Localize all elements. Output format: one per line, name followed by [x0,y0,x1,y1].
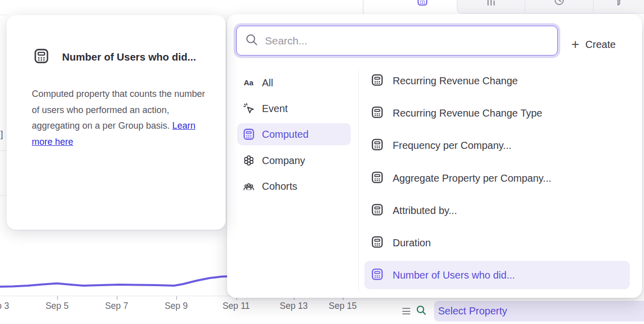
calculator-icon [370,203,384,219]
category-all[interactable]: Aa All [237,72,351,94]
background-edge-line [0,15,7,15]
result-item[interactable]: Aggregate Property per Company... [364,164,630,192]
result-item[interactable]: Duration [364,229,630,257]
bar-chart-icon [485,0,497,9]
funnel-icon [613,0,625,9]
plus-icon: + [571,38,579,51]
calculator-icon [242,128,255,141]
company-icon [242,154,255,167]
tooltip-title: Number of Users who did... [62,51,196,63]
axis-tick [117,296,118,300]
create-button[interactable]: + Create [571,34,616,55]
select-property-label: Select Property [438,305,507,317]
calculator-icon [370,138,384,153]
axis-tick [57,296,58,300]
tooltip-description: Computed property that counts the number… [32,86,213,150]
tab-funnel[interactable] [593,0,644,14]
header-divider [363,0,363,14]
search-icon [415,304,427,318]
calculator-icon [370,235,384,251]
search-box[interactable] [236,26,558,56]
property-select-row: Select Property [397,298,644,324]
category-company[interactable]: Company [237,149,351,172]
axis-tick [176,296,177,300]
x-axis-label: Sep 7 [105,301,128,311]
category-cohorts[interactable]: Cohorts [237,175,351,197]
svg-text:Aa: Aa [244,78,254,87]
background-row-divider [0,195,7,196]
event-icon [242,102,255,115]
x-axis-label: Sep 11 [223,301,250,311]
x-axis-label: Sep 5 [45,301,69,311]
x-axis-label: Sep 13 [280,301,307,311]
calculator-icon [416,0,428,9]
result-item[interactable]: Recurring Revenue Change Type [364,99,630,127]
calculator-icon [370,73,384,89]
calculator-icon [370,105,384,121]
result-item[interactable]: Frequency per Company... [364,131,630,159]
category-event[interactable]: Event [237,97,351,120]
calculator-icon [370,171,384,186]
result-item[interactable]: Recurring Revenue Change [364,67,630,95]
history-icon [553,0,565,9]
drag-handle-icon[interactable] [402,308,410,314]
tab-history[interactable] [525,0,593,14]
category-computed[interactable]: Computed [237,123,351,145]
tab-numeric[interactable] [457,0,525,14]
search-icon [245,33,258,48]
clipped-background-text: ] [1,129,3,140]
text-icon: Aa [242,76,255,89]
result-item[interactable]: Attributed by... [364,196,630,225]
search-input[interactable] [265,35,538,47]
property-tooltip-card: Number of Users who did... Computed prop… [7,15,226,230]
select-property-field[interactable]: Select Property [434,301,644,321]
calculator-icon [370,267,384,283]
x-axis-label: Sep 3 [0,301,9,311]
result-item-selected[interactable]: Number of Users who did... [364,261,630,289]
x-axis-label: Sep 9 [165,301,188,311]
property-type-tabbar [388,0,644,14]
property-picker-panel: + Create Aa All Event Computed Co [227,14,642,298]
panel-divider [358,71,359,291]
cohorts-icon [242,180,255,193]
calculator-icon [33,47,50,67]
x-axis-label: Sep 15 [329,301,356,311]
line-chart [0,270,237,299]
screen: ] Sep 3 Sep 5 Sep 7 Sep 9 Sep 11 Sep 13 … [0,0,644,324]
background-row-divider [0,150,7,151]
tab-computed[interactable] [388,0,457,14]
